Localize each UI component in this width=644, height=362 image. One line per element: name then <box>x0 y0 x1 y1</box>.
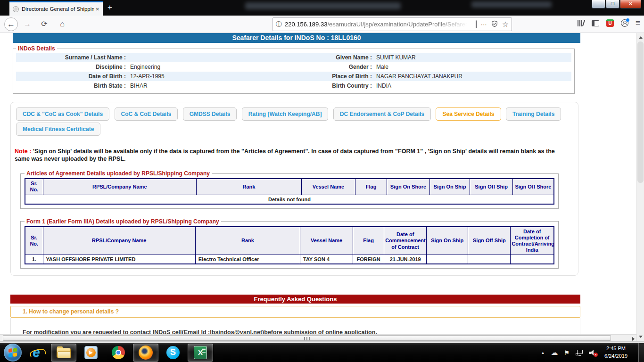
field-label: Place of Birth : <box>294 73 376 80</box>
tab-rating-watch-keeping[interactable]: Rating [Watch Keeping/AB] <box>242 107 329 121</box>
notification-dot <box>626 18 629 22</box>
horizontal-scrollbar[interactable] <box>0 334 636 341</box>
show-desktop-button[interactable] <box>638 343 644 362</box>
articles-legend: Articles of Agreement Details uploaded b… <box>25 170 212 177</box>
faq-question[interactable]: 1. How to change personal details ? <box>10 306 580 318</box>
details-not-found-text: Details not found <box>25 195 554 204</box>
scroll-down-arrow-icon[interactable] <box>639 336 643 338</box>
cell-sign-off-ship <box>468 255 511 264</box>
vertical-scrollbar[interactable] <box>636 33 644 341</box>
network-icon[interactable] <box>576 350 583 355</box>
windows-taskbar: e ▶ S X ▲ ☁ ⚑ × 2:45 PM 6/24/2019 <box>0 343 644 362</box>
protection-shield-icon[interactable] <box>491 20 498 29</box>
tab-cdc-coc-as-cook[interactable]: CDC & "CoC as Cook" Details <box>16 107 109 121</box>
url-text: 220.156.189.33/esamudraUI/jsp/examinatio… <box>285 21 471 28</box>
start-button[interactable] <box>4 344 22 362</box>
clock-date: 6/24/2019 <box>604 353 627 360</box>
action-center-flag-icon[interactable]: ⚑ <box>564 349 570 356</box>
cell-completion-date <box>511 255 554 264</box>
field-value: SUMIT KUMAR <box>376 54 416 61</box>
site-info-icon[interactable]: ⓘ <box>276 20 282 29</box>
browser-tab[interactable]: Directorate General of Shipping ✕ <box>9 1 103 16</box>
browser-titlebar: Directorate General of Shipping ✕ + — ❐ … <box>0 0 644 16</box>
tabs-row-1: CDC & "CoC as Cook" Details CoC & CoE De… <box>14 107 575 122</box>
chrome-icon <box>112 346 125 359</box>
col-header: Sign On Shore <box>387 179 430 195</box>
col-header: Sign Off Ship <box>470 179 513 195</box>
folder-icon <box>57 348 71 358</box>
volume-muted-icon[interactable]: × <box>589 350 596 356</box>
note-body: 'Sign on Ship' details will be available… <box>15 148 555 162</box>
library-icon[interactable] <box>577 19 585 27</box>
field-label: Gender : <box>294 64 376 70</box>
col-header: Vessel Name <box>300 227 353 255</box>
browser-toolbar: ← → ⟳ ⌂ ⓘ 220.156.189.33/esamudraUI/jsp/… <box>0 16 644 33</box>
redacted-area <box>471 1 552 8</box>
form1-data-row: 1. YASH OFFSHORE PRIVATE LIMITED Electro… <box>25 255 554 264</box>
field-value: NAGAR PANCHAYAT JANAKPUR <box>376 73 462 80</box>
clock-time: 2:45 PM <box>604 345 627 353</box>
taskbar-internet-explorer[interactable]: e <box>24 344 49 362</box>
col-header: Vessel Name <box>302 179 355 195</box>
col-header: Sr. No. <box>25 179 43 195</box>
form1-legend: Form 1 (Earlier Form IIIA) Details uploa… <box>25 218 221 225</box>
home-button[interactable]: ⌂ <box>57 19 68 29</box>
cell-vessel: TAY SON 4 <box>300 255 353 264</box>
tab-gmdss[interactable]: GMDSS Details <box>183 107 237 121</box>
sidebar-toggle-icon[interactable] <box>592 20 599 26</box>
details-tab-panel: CDC & "CoC as Cook" Details CoC & CoE De… <box>10 102 578 276</box>
tab-dc-endorsement-cop[interactable]: DC Endorsement & CoP Details <box>333 107 431 121</box>
cell-commencement-date: 21-JUN-2019 <box>384 255 427 264</box>
taskbar-media-player[interactable]: ▶ <box>78 344 104 362</box>
col-header: Flag <box>353 227 384 255</box>
tab-training[interactable]: Training Details <box>506 107 561 121</box>
tray-expand-icon[interactable]: ▲ <box>541 351 545 355</box>
taskbar-firefox[interactable] <box>133 344 158 362</box>
window-minimize-button[interactable]: — <box>592 0 605 8</box>
scroll-up-arrow-icon[interactable] <box>639 36 643 39</box>
taskbar-clock[interactable]: 2:45 PM 6/24/2019 <box>604 345 627 360</box>
faq-answer: For modification you are requested to co… <box>10 318 580 334</box>
field-value: Engineering <box>130 64 160 70</box>
field-label: Birth Country : <box>294 82 376 89</box>
cell-sr-no: 1. <box>25 255 43 264</box>
horizontal-scroll-thumb[interactable] <box>3 335 611 341</box>
scroll-right-arrow-icon[interactable] <box>632 337 635 341</box>
window-close-button[interactable]: ✕ <box>620 0 641 8</box>
field-label: Discipline : <box>16 64 130 70</box>
field-label: Surname / Last Name : <box>16 54 130 61</box>
hamburger-menu-icon[interactable]: ≡ <box>636 19 640 27</box>
tab-sea-service[interactable]: Sea Service Details <box>436 107 501 121</box>
articles-fieldset: Articles of Agreement Details uploaded b… <box>20 170 559 208</box>
extension-icon[interactable]: U <box>606 19 614 27</box>
taskbar-windows-explorer[interactable] <box>51 344 76 362</box>
taskbar-chrome[interactable] <box>106 344 131 362</box>
back-button[interactable]: ← <box>4 17 18 31</box>
taskbar-skype[interactable]: S <box>160 344 186 362</box>
page-actions-icon[interactable]: ··· <box>481 21 487 28</box>
bookmark-star-icon[interactable]: ☆ <box>502 20 509 29</box>
field-value: INDIA <box>376 82 391 89</box>
tab-coc-coe[interactable]: CoC & CoE Details <box>115 107 178 121</box>
vertical-scroll-thumb[interactable] <box>637 41 644 183</box>
cell-sign-on-ship <box>427 255 468 264</box>
reload-button[interactable]: ⟳ <box>39 19 50 29</box>
reader-mode-icon[interactable] <box>476 20 477 28</box>
forward-button[interactable]: → <box>22 19 33 29</box>
taskbar-excel[interactable]: X <box>188 344 213 362</box>
col-header: Date of Completion of Contract/Arriving … <box>511 227 554 255</box>
form1-table: Sr. No. RPSL/Company Name Rank Vessel Na… <box>25 226 554 265</box>
tab-medical-fitness[interactable]: Medical Fitness Certificate <box>16 123 100 136</box>
window-maximize-button[interactable]: ❐ <box>606 0 619 8</box>
col-header: Sign On Ship <box>427 227 468 255</box>
account-icon[interactable] <box>621 19 628 27</box>
field-label: Given Name : <box>294 54 376 61</box>
indos-row: Date of Birth :12-APR-1995 Place of Birt… <box>16 72 571 81</box>
tab-close-icon[interactable]: ✕ <box>96 7 99 12</box>
new-tab-button[interactable]: + <box>107 3 112 12</box>
cell-rank: Electro Technical Officer <box>195 255 300 264</box>
url-bar[interactable]: ⓘ 220.156.189.33/esamudraUI/jsp/examinat… <box>272 17 512 31</box>
onedrive-cloud-icon[interactable]: ☁ <box>551 348 558 357</box>
field-value: Male <box>376 64 388 70</box>
col-header: Rank <box>196 179 301 195</box>
